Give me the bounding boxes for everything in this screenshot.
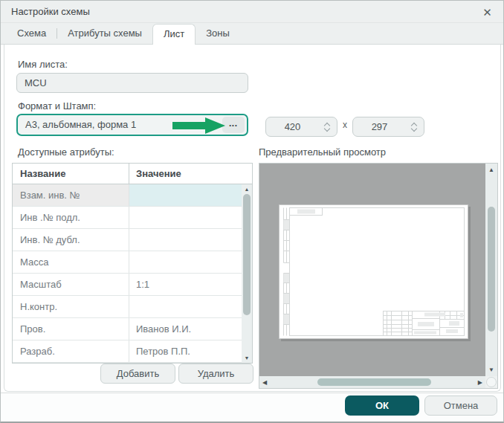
title-bar: Настройки схемы [1,1,503,23]
format-stamp-label: Формат и Штамп: [18,100,96,112]
sheet-name-input[interactable]: MCU [16,73,248,93]
scrollbar-thumb[interactable] [488,207,495,332]
sheet-name-label: Имя листа: [18,59,68,70]
preview-vertical-scrollbar[interactable]: ▲ ▼ [485,164,497,376]
table-row[interactable]: Разраб. Петров П.П. [13,340,252,363]
cancel-button[interactable]: Отмена [424,395,497,416]
sheet-drawing [280,205,468,338]
spinner-chevrons[interactable] [323,122,330,133]
preview-label: Предварительный просмотр [259,146,386,158]
height-spinner[interactable]: 297 [352,117,424,137]
attributes-table: Название Значение Взам. инв. № Инв .№ по… [12,163,253,364]
table-scrollbar[interactable]: ▲ ▼ [242,184,252,363]
scrollbar-thumb[interactable] [243,194,251,315]
schema-settings-dialog: Настройки схемы ✕ Схема Атрибуты схемы Л… [0,0,504,423]
remove-button[interactable]: Удалить [178,364,253,384]
browse-button[interactable]: ••• [222,117,245,133]
sheet-preview [279,204,468,339]
ok-button[interactable]: ОК [345,395,419,416]
scroll-up-icon[interactable]: ▲ [242,187,252,192]
table-row[interactable]: Инв .№ подл. [13,207,252,229]
add-button[interactable]: Добавить [100,364,175,384]
spinner-down-icon[interactable] [324,127,329,132]
annotation-arrow [172,122,206,129]
height-value: 297 [353,121,406,132]
scroll-left-icon[interactable]: ◀ [262,379,267,386]
table-row[interactable]: Масса [13,251,252,274]
attributes-label: Доступные атрибуты: [18,146,114,158]
table-row[interactable]: Взам. инв. № [13,184,252,207]
sheet-tab-panel: Имя листа: MCU Формат и Штамп: А3, альбо… [4,45,501,392]
scroll-down-icon[interactable]: ▼ [242,355,252,361]
tab-schema[interactable]: Схема [7,22,56,44]
preview-viewport [259,164,485,376]
close-icon[interactable]: ✕ [480,5,494,19]
spinner-chevrons[interactable] [410,122,417,133]
table-row[interactable]: Масштаб 1:1 [13,274,252,296]
spinner-down-icon[interactable] [411,127,416,132]
width-spinner[interactable]: 420 [265,117,337,137]
scrollbar-thumb[interactable] [317,378,431,386]
table-row[interactable]: Пров. Иванов И.И. [13,318,252,340]
table-row[interactable]: Инв. № дубл. [13,229,252,251]
annotation-arrow-head-icon [205,117,225,134]
width-value: 420 [266,121,319,132]
scroll-right-icon[interactable]: ▶ [478,379,482,386]
tab-schema-attributes[interactable]: Атрибуты схемы [57,22,152,44]
size-separator: x [343,120,347,130]
table-row[interactable]: Н.контр. [13,296,252,318]
scroll-up-icon[interactable]: ▲ [488,167,494,173]
dialog-title: Настройки схемы [11,6,90,17]
preview-pane: ▲ ▼ ◀ ▶ [259,163,498,389]
column-header-value: Значение [129,164,252,184]
column-header-name: Название [13,164,129,184]
tab-bar: Схема Атрибуты схемы Лист Зоны [1,23,503,45]
scroll-down-icon[interactable]: ▼ [488,367,494,373]
scrollbar-corner [485,376,497,388]
preview-horizontal-scrollbar[interactable]: ◀ ▶ [259,376,485,388]
table-header: Название Значение [13,164,252,184]
format-combo-value: А3, альбомная, форма 1 [25,119,136,130]
tab-zones[interactable]: Зоны [196,22,240,44]
tab-sheet[interactable]: Лист [152,24,196,45]
